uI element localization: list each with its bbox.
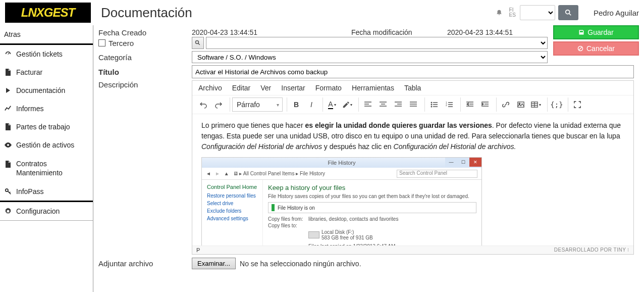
- top-search-button[interactable]: [558, 5, 578, 20]
- menu-formato[interactable]: Formato: [315, 84, 342, 92]
- nofile-text: No se ha seleccionado ningún archivo.: [240, 260, 361, 268]
- sidebar-item-config[interactable]: Configuracion: [0, 202, 93, 220]
- bell-icon[interactable]: [495, 9, 503, 17]
- tercero-select[interactable]: [206, 37, 548, 49]
- category-label: Categoría: [98, 53, 192, 62]
- app-logo[interactable]: LNXGEST: [5, 3, 91, 23]
- editor-path: P: [196, 247, 200, 253]
- nav-back-icon: ◄: [206, 171, 211, 176]
- breadcrumb: 🖥 ▸ All Control Panel Items ▸ File Histo…: [233, 171, 393, 176]
- win-close-icon: ✕: [469, 158, 481, 167]
- number-list-button[interactable]: 12: [442, 98, 456, 112]
- editor-menu: Archivo Editar Ver Insertar Formato Herr…: [192, 81, 633, 95]
- modified-value: 2020-04-23 13:44:51: [447, 28, 543, 37]
- created-value: 2020-04-23 13:44:51: [192, 28, 351, 37]
- created-label: Fecha Creado: [98, 28, 192, 37]
- outdent-button[interactable]: [463, 98, 477, 112]
- menu-insertar[interactable]: Insertar: [281, 84, 305, 92]
- sidebar-item-informes[interactable]: Informes: [0, 100, 93, 118]
- file-icon: [4, 160, 12, 168]
- svg-line-1: [569, 14, 571, 16]
- svg-point-20: [431, 104, 433, 106]
- svg-point-21: [431, 106, 433, 108]
- svg-line-6: [198, 43, 200, 45]
- rich-editor: Archivo Editar Ver Insertar Formato Herr…: [192, 80, 634, 255]
- sidebar-item-activos[interactable]: Gestión de activos: [0, 136, 93, 154]
- table-button[interactable]: ▾: [529, 98, 543, 112]
- paragraph-select[interactable]: Párrafo: [232, 98, 283, 112]
- tercero-checkbox[interactable]: [98, 39, 105, 46]
- code-button[interactable]: {;}: [550, 98, 564, 112]
- file-icon: [4, 68, 12, 76]
- italic-button[interactable]: I: [304, 98, 318, 112]
- win-min-icon: —: [445, 158, 457, 167]
- embedded-screenshot: File History — ☐ ✕ ◄ ► ▲ 🖥 ▸ All Contro: [201, 157, 482, 246]
- svg-point-19: [431, 102, 433, 104]
- sidebar-item-documentacion[interactable]: Documentación: [0, 81, 93, 100]
- title-input[interactable]: [192, 65, 634, 78]
- key-icon: [4, 187, 12, 196]
- lang-icon[interactable]: FIES: [509, 8, 516, 18]
- undo-button[interactable]: [196, 98, 210, 112]
- top-search-select[interactable]: [520, 5, 555, 20]
- align-justify-button[interactable]: [406, 98, 420, 112]
- svg-point-5: [196, 41, 199, 44]
- desc-label: Descripción: [98, 80, 192, 89]
- attach-label: Adjuntar archivo: [98, 259, 192, 268]
- editor-content[interactable]: Lo primero que tienes que hacer es elegi…: [192, 114, 633, 246]
- bold-button[interactable]: B: [289, 98, 303, 112]
- play-icon: [4, 86, 12, 94]
- modified-label: Fecha modificación: [351, 28, 447, 37]
- page-title: Documentación: [101, 5, 495, 21]
- category-select[interactable]: Software / S.O. / Windows: [192, 51, 548, 63]
- svg-point-0: [566, 10, 570, 14]
- menu-herramientas[interactable]: Herramientas: [352, 84, 394, 92]
- nav-up-icon: ▲: [224, 171, 229, 176]
- tercero-label: Tercero: [109, 39, 134, 47]
- nav-fwd-icon: ►: [215, 171, 220, 176]
- menu-archivo[interactable]: Archivo: [198, 84, 222, 92]
- chart-icon: [4, 105, 12, 113]
- bullet-list-button[interactable]: [427, 98, 441, 112]
- sidebar: Atras Gestión tickets Facturar Documenta…: [0, 25, 93, 292]
- menu-ver[interactable]: Ver: [260, 84, 271, 92]
- indent-button[interactable]: [478, 98, 492, 112]
- dashboard-icon: [4, 50, 12, 58]
- align-center-button[interactable]: [376, 98, 390, 112]
- menu-tabla[interactable]: Tabla: [404, 84, 421, 92]
- menu-editar[interactable]: Editar: [232, 84, 251, 92]
- sidebar-item-tickets[interactable]: Gestión tickets: [0, 45, 93, 63]
- win-max-icon: ☐: [457, 158, 469, 167]
- search-panel: Search Control Panel: [397, 170, 477, 178]
- image-button[interactable]: [514, 98, 528, 112]
- title-label: Título: [98, 68, 192, 76]
- file-icon: [4, 123, 12, 131]
- align-left-button[interactable]: [361, 98, 375, 112]
- link-button[interactable]: [499, 98, 513, 112]
- eye-icon: [4, 141, 12, 149]
- tercero-search-button[interactable]: [192, 37, 204, 49]
- text-color-button[interactable]: A▾: [325, 98, 339, 112]
- svg-text:2: 2: [446, 104, 447, 107]
- fullscreen-button[interactable]: [570, 98, 584, 112]
- svg-line-4: [579, 47, 582, 50]
- highlight-button[interactable]: ▾: [340, 98, 354, 112]
- tiny-credit: DESARROLLADO POR TINY ⁝: [554, 247, 629, 253]
- sidebar-item-partes[interactable]: Partes de trabajo: [0, 118, 93, 136]
- browse-button[interactable]: Examinar...: [192, 258, 236, 269]
- save-button[interactable]: Guardar: [553, 25, 639, 39]
- sidebar-item-contratos[interactable]: Contratos Mantenimiento: [0, 154, 93, 182]
- cancel-button[interactable]: Cancelar: [553, 41, 639, 56]
- redo-button[interactable]: [211, 98, 226, 112]
- sidebar-item-infopass[interactable]: InfoPass: [0, 182, 93, 201]
- user-name[interactable]: Pedro Aguilar: [594, 9, 639, 17]
- gear-icon: [4, 207, 12, 215]
- sidebar-item-facturar[interactable]: Facturar: [0, 63, 93, 81]
- sidebar-back[interactable]: Atras: [0, 25, 93, 43]
- align-right-button[interactable]: [391, 98, 405, 112]
